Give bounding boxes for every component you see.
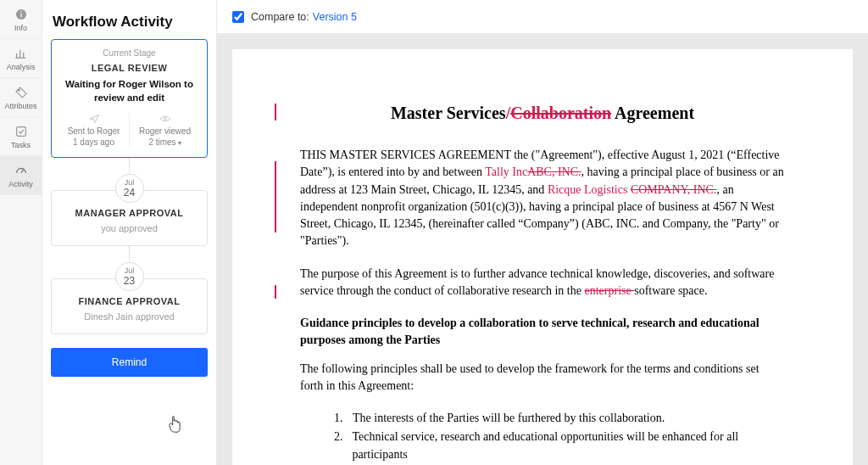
rail-item-analysis[interactable]: Analysis <box>0 39 42 78</box>
document-area: Compare to: Version 5 Master Services/Co… <box>217 0 868 465</box>
past-stage-sub: Dinesh Jain approved <box>58 311 200 322</box>
compare-label: Compare to: <box>251 11 309 23</box>
panel-title: Workflow Activity <box>53 14 208 31</box>
rail-item-attributes[interactable]: Attributes <box>0 78 42 117</box>
past-stage-name: MANAGER APPROVAL <box>58 208 200 218</box>
stat-viewed[interactable]: Roger viewed 2 times▾ <box>130 113 200 147</box>
numbered-list: 1.The interests of the Parties will be f… <box>334 410 785 463</box>
current-stage-waiting: Waiting for Roger Wilson to review and e… <box>58 78 200 104</box>
svg-line-9 <box>21 169 24 172</box>
paragraph: The purpose of this Agreement is to furt… <box>300 266 785 300</box>
svg-point-7 <box>18 89 19 91</box>
list-item: 2.Technical service, research and educat… <box>334 429 785 463</box>
date-month: Jul <box>125 267 135 275</box>
compare-version-link[interactable]: Version 5 <box>313 11 357 23</box>
workflow-panel: Workflow Activity Current Stage LEGAL RE… <box>42 0 217 465</box>
info-icon <box>14 7 29 22</box>
stat-sent-value: 1 days ago <box>73 137 114 147</box>
current-stage-name: LEGAL REVIEW <box>58 63 200 73</box>
date-day: 23 <box>124 276 135 286</box>
tag-icon <box>14 85 29 100</box>
document-title: Master Services/Collaboration Agreement <box>300 104 785 123</box>
rail-label: Activity <box>8 180 33 188</box>
stat-viewed-value: 2 times▾ <box>148 137 181 147</box>
compare-checkbox[interactable] <box>232 11 244 23</box>
chart-icon <box>14 46 29 61</box>
rail-label: Info <box>14 24 27 32</box>
app-root: Info Analysis Attributes Tasks Activity <box>0 0 868 465</box>
date-month: Jul <box>125 179 135 187</box>
stat-sent: Sent to Roger 1 days ago <box>58 113 130 147</box>
deleted-text: Collaboration <box>510 104 611 122</box>
deleted-text: enterprise <box>584 284 634 297</box>
deleted-text: ABC, INC. <box>527 165 581 178</box>
rail-item-activity[interactable]: Activity <box>0 156 42 195</box>
past-stage-name: FINANCE APPROVAL <box>58 296 200 306</box>
compare-bar: Compare to: Version 5 <box>217 0 868 34</box>
past-stage-sub: you approved <box>58 223 200 233</box>
svg-point-10 <box>164 118 166 120</box>
date-day: 24 <box>124 188 135 198</box>
paragraph: THIS MASTER SERVICES AGREEMENT the ("Agr… <box>300 147 785 250</box>
deleted-text: COMPANY, INC. <box>631 183 717 196</box>
left-rail: Info Analysis Attributes Tasks Activity <box>0 0 42 465</box>
svg-rect-8 <box>16 126 25 136</box>
svg-rect-1 <box>20 13 21 17</box>
paragraph: The following principles shall be used t… <box>300 361 785 395</box>
rail-item-tasks[interactable]: Tasks <box>0 117 42 156</box>
rail-label: Attributes <box>4 102 36 110</box>
current-stage-card[interactable]: Current Stage LEGAL REVIEW Waiting for R… <box>51 39 208 158</box>
change-marker <box>275 104 276 120</box>
stat-sent-label: Sent to Roger <box>68 126 120 136</box>
check-square-icon <box>14 124 29 139</box>
current-stage-label: Current Stage <box>58 48 200 58</box>
inserted-text: Ricque Logistics <box>548 183 628 196</box>
list-item: 1.The interests of the Parties will be f… <box>334 410 785 427</box>
chevron-down-icon: ▾ <box>178 139 181 147</box>
change-marker <box>275 161 276 232</box>
rail-label: Tasks <box>11 141 31 149</box>
document-scroll[interactable]: Master Services/Collaboration Agreement … <box>217 34 868 465</box>
section-heading: Guidance principles to develop a collabo… <box>300 315 785 348</box>
svg-rect-2 <box>20 11 21 12</box>
stage-stats: Sent to Roger 1 days ago Roger viewed 2 … <box>58 113 200 147</box>
eye-icon <box>158 113 173 125</box>
rail-label: Analysis <box>7 63 36 71</box>
change-marker <box>275 285 276 299</box>
stat-viewed-label: Roger viewed <box>139 126 191 136</box>
remind-button[interactable]: Remind <box>51 348 208 377</box>
document-page: Master Services/Collaboration Agreement … <box>232 49 853 465</box>
inserted-text: Tally Inc <box>485 165 527 178</box>
date-pill-1: Jul 23 <box>115 262 144 291</box>
rail-item-info[interactable]: Info <box>0 0 42 39</box>
gauge-icon <box>14 163 29 178</box>
date-pill-0: Jul 24 <box>115 174 144 203</box>
paper-plane-icon <box>86 113 102 125</box>
